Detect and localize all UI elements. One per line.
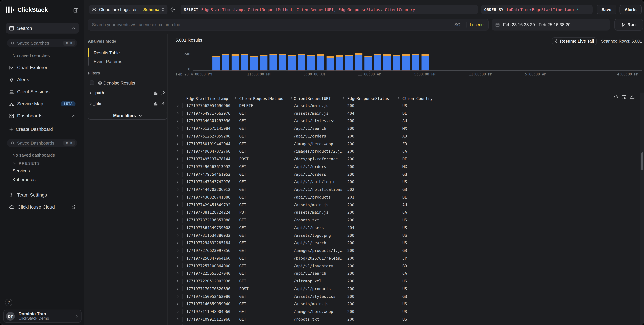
column-header[interactable]: ClientRequestMethod bbox=[239, 96, 284, 101]
chart-icon[interactable] bbox=[154, 102, 158, 106]
table-row[interactable]: 1771977495137478144POST/docs/api-referen… bbox=[168, 155, 638, 163]
column-header[interactable]: EdgeResponseStatus bbox=[347, 96, 389, 101]
histogram-bar[interactable] bbox=[270, 53, 277, 70]
run-button[interactable]: Run bbox=[614, 19, 643, 30]
table-row[interactable]: 1771977364549739008GET/api/v1/users404US bbox=[168, 224, 638, 232]
lang-lucene-toggle[interactable]: Lucene bbox=[470, 22, 484, 27]
saved-dashboards-input[interactable]: Saved Dashboards ⌘ K bbox=[7, 139, 77, 147]
sidebar-item-clickhouse-cloud[interactable]: ClickHouse Cloud bbox=[6, 202, 79, 212]
expand-row-icon[interactable] bbox=[176, 280, 178, 283]
histogram-bar[interactable] bbox=[288, 55, 296, 70]
histogram-bar[interactable] bbox=[260, 55, 267, 70]
expand-row-icon[interactable] bbox=[176, 287, 178, 290]
expand-row-icon[interactable] bbox=[176, 257, 178, 260]
select-query-input[interactable]: SELECT EdgeStartTimestamp, ClientRequest… bbox=[180, 5, 478, 14]
table-row[interactable]: 1771977146659959040GET/assets/main.js200… bbox=[168, 300, 638, 308]
table-row[interactable]: 1771977220512903936GET/sitemap.xml200US bbox=[168, 277, 638, 285]
mode-results-table[interactable]: Results Table bbox=[94, 50, 120, 55]
table-row[interactable]: 1771977512627859200GET/api/v1/orders200A… bbox=[168, 132, 638, 140]
table-row[interactable]: 1771977540501293056GET/assets/styles.css… bbox=[168, 117, 638, 125]
histogram-bar[interactable] bbox=[298, 54, 305, 70]
expand-row-icon[interactable] bbox=[176, 211, 178, 214]
expand-row-icon[interactable] bbox=[176, 310, 178, 313]
table-row[interactable]: 1771977294632285184GET/api/v1/search200U… bbox=[168, 239, 638, 247]
histogram-bar[interactable] bbox=[241, 54, 248, 70]
alerts-button[interactable]: Alerts bbox=[620, 5, 642, 14]
expand-row-icon[interactable] bbox=[176, 242, 178, 245]
expand-row-icon[interactable] bbox=[176, 188, 178, 191]
lucene-search-input[interactable]: Search your events w/ Lucene ex. column:… bbox=[88, 19, 488, 30]
lang-sql-toggle[interactable]: SQL bbox=[454, 22, 463, 27]
pin-icon[interactable] bbox=[161, 91, 165, 95]
code-icon[interactable] bbox=[614, 95, 618, 99]
mode-event-patterns[interactable]: Event Patterns bbox=[94, 59, 122, 64]
histogram-bar[interactable] bbox=[412, 54, 419, 70]
create-dashboard-button[interactable]: Create Dashboard bbox=[6, 125, 79, 133]
table-row[interactable]: 1771977225553527040GET/api/v1/search200C… bbox=[168, 270, 638, 277]
expand-row-icon[interactable] bbox=[176, 119, 178, 122]
expand-row-icon[interactable] bbox=[176, 150, 178, 153]
column-drag-handle[interactable] bbox=[290, 97, 292, 101]
expand-row-icon[interactable] bbox=[176, 249, 178, 252]
date-range-picker[interactable]: Feb 23 16:38:20 - Feb 25 16:38:20 bbox=[492, 19, 610, 30]
source-settings-gear-icon[interactable] bbox=[170, 7, 175, 12]
logo[interactable]: ClickStack bbox=[6, 6, 48, 13]
expand-row-icon[interactable] bbox=[176, 127, 178, 130]
table-row[interactable]: 1771977501019442944GET/images/hero.webp2… bbox=[168, 140, 638, 148]
histogram-bar[interactable] bbox=[345, 55, 353, 70]
table-row[interactable]: 1771977150952462080GET/assets/styles.css… bbox=[168, 293, 638, 300]
user-menu[interactable]: DT Dominic Tran ClickStack Demo bbox=[3, 310, 82, 323]
expand-row-icon[interactable] bbox=[176, 157, 178, 160]
column-drag-handle[interactable] bbox=[343, 97, 346, 101]
histogram-bar[interactable] bbox=[250, 56, 258, 70]
scrollbar-thumb[interactable] bbox=[641, 152, 643, 170]
table-row[interactable]: 1771977430320741888GET/api/v1/products20… bbox=[168, 193, 638, 201]
sidebar-item-team-settings[interactable]: Team Settings bbox=[6, 190, 79, 200]
histogram-bar[interactable] bbox=[317, 54, 324, 70]
filter-group-file[interactable]: _file bbox=[89, 101, 165, 106]
table-row[interactable]: 1771977258347964160GET/blog/2025/01/rele… bbox=[168, 254, 638, 262]
expand-row-icon[interactable] bbox=[176, 203, 178, 206]
expand-row-icon[interactable] bbox=[176, 173, 178, 176]
table-row[interactable]: 1771977479754461952GET/api/v1/orders200G… bbox=[168, 171, 638, 178]
table-row[interactable]: 1771977513675145984GET/api/v1/search200M… bbox=[168, 125, 638, 132]
column-header[interactable]: ClientRequestURI bbox=[294, 96, 331, 101]
table-row[interactable]: 1771977111948904960GET/images/hero.webp2… bbox=[168, 308, 638, 316]
histogram-bar[interactable] bbox=[374, 53, 381, 70]
sidebar-item-service-map[interactable]: Service Map BETA bbox=[6, 99, 79, 109]
preset-kubernetes[interactable]: Kubernetes bbox=[12, 177, 36, 182]
table-row[interactable]: 1771977372136857088GET/robots.txt200US bbox=[168, 216, 638, 224]
expand-row-icon[interactable] bbox=[176, 196, 178, 199]
column-drag-handle[interactable] bbox=[398, 97, 401, 101]
expand-row-icon[interactable] bbox=[176, 318, 178, 321]
more-filters-button[interactable]: More filters bbox=[88, 112, 167, 120]
table-row[interactable]: 1771977447543742976GET/api/v1/auth/login… bbox=[168, 178, 638, 186]
histogram-bar[interactable] bbox=[355, 53, 362, 70]
column-drag-handle[interactable] bbox=[235, 97, 238, 101]
expand-row-icon[interactable] bbox=[176, 104, 178, 107]
scrollbar-track[interactable] bbox=[640, 93, 644, 325]
histogram-bar[interactable] bbox=[364, 55, 372, 70]
expand-row-icon[interactable] bbox=[176, 165, 178, 168]
collapse-sidebar-icon[interactable] bbox=[74, 8, 78, 13]
table-row[interactable]: 1771977063406348064GET/assets/main.js200… bbox=[168, 323, 638, 325]
histogram-bar[interactable] bbox=[393, 55, 400, 70]
table-row[interactable]: 1771977311634380032GET/assets/logo.png20… bbox=[168, 232, 638, 239]
table-row[interactable]: 1771977381128724224PUT/assets/main.js200… bbox=[168, 209, 638, 216]
expand-row-icon[interactable] bbox=[176, 142, 178, 145]
save-button[interactable]: Save bbox=[597, 5, 616, 14]
expand-row-icon[interactable] bbox=[176, 272, 178, 275]
pin-icon[interactable] bbox=[161, 102, 165, 106]
table-row[interactable]: 1771977496047072768GET/images/products/2… bbox=[168, 148, 638, 155]
wrap-text-icon[interactable] bbox=[622, 95, 626, 99]
histogram-bar[interactable] bbox=[222, 53, 230, 70]
expand-row-icon[interactable] bbox=[176, 234, 178, 237]
sidebar-item-client-sessions[interactable]: Client Sessions bbox=[6, 86, 79, 97]
sidebar-item-search[interactable]: Search bbox=[6, 23, 79, 33]
table-row[interactable]: 1771977276623097856GET/images/products/1… bbox=[168, 247, 638, 255]
table-row[interactable]: 1771977429451649792GET/assets/main.js200… bbox=[168, 201, 638, 209]
histogram-bar[interactable] bbox=[326, 56, 334, 70]
histogram-bar[interactable] bbox=[212, 56, 220, 70]
table-row[interactable]: 1771977549717662976GET/assets/main.js404… bbox=[168, 109, 638, 117]
histogram-bar[interactable] bbox=[232, 54, 239, 70]
